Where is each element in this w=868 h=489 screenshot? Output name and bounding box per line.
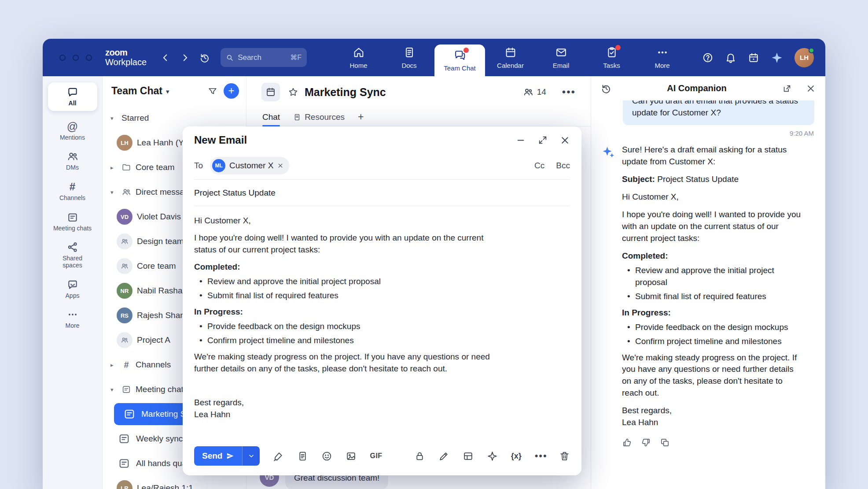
subject-field[interactable]: Project Status Update: [194, 180, 570, 206]
nav-label: Calendar: [497, 62, 524, 69]
email-body[interactable]: Hi Customer X, I hope you're doing well!…: [183, 206, 581, 437]
nav-home[interactable]: Home: [333, 39, 384, 76]
notification-badge: [463, 48, 469, 53]
tab-chat[interactable]: Chat: [262, 108, 280, 126]
forward-icon[interactable]: [180, 53, 190, 63]
to-label: To: [194, 161, 203, 170]
open-in-new-icon[interactable]: [782, 84, 792, 93]
rail-item-apps[interactable]: Apps: [48, 279, 97, 300]
paper-plane-icon: [226, 452, 234, 460]
member-count[interactable]: 14: [523, 87, 546, 97]
gif-button[interactable]: GIF: [370, 452, 382, 460]
signature-pen-icon[interactable]: [273, 451, 284, 462]
ai-body-intro: I hope you're doing well! I wanted to pr…: [622, 209, 805, 244]
rail-item-shared-spaces[interactable]: Shared spaces: [48, 241, 97, 269]
all-chats-icon: [67, 86, 78, 98]
minimize-icon[interactable]: [516, 135, 526, 145]
image-icon[interactable]: [346, 451, 357, 462]
meeting-chat-icon: [121, 385, 131, 394]
more-tools-button[interactable]: •••: [535, 450, 548, 462]
window-zoom-dot[interactable]: [86, 55, 92, 61]
avatar: NR: [117, 283, 132, 299]
thumbs-down-icon[interactable]: [641, 437, 651, 448]
group-avatar-icon: [117, 258, 132, 274]
recipient-chip[interactable]: ML Customer X: [210, 157, 289, 174]
channels-hash-icon: #: [121, 360, 131, 370]
search-input[interactable]: [238, 53, 286, 62]
nav-calendar[interactable]: Calendar: [485, 39, 536, 76]
window-minimize-dot[interactable]: [73, 55, 79, 61]
tab-resources[interactable]: Resources: [293, 108, 345, 126]
rail-label: Channels: [53, 195, 92, 202]
send-button[interactable]: Send: [194, 446, 242, 466]
cc-button[interactable]: Cc: [534, 161, 544, 170]
avatar: LH: [117, 135, 132, 151]
rail-item-dms[interactable]: DMs: [48, 151, 97, 171]
search-box[interactable]: ⌘F: [221, 48, 307, 67]
rail-item-meeting-chats[interactable]: Meeting chats: [48, 211, 97, 232]
ai-companion-icon[interactable]: [771, 52, 783, 64]
attach-file-icon[interactable]: [297, 451, 308, 462]
edit-pencil-icon[interactable]: [438, 451, 449, 462]
ai-conversation[interactable]: Can you draft an email that provides a s…: [591, 100, 825, 489]
list-item-label: Lea/Rajesh 1:1: [137, 483, 193, 489]
expand-icon[interactable]: [538, 135, 548, 145]
schedule-calendar-icon[interactable]: [748, 52, 759, 63]
people-icon: [121, 187, 131, 197]
trash-icon[interactable]: [559, 451, 570, 462]
dms-people-icon: [67, 151, 78, 162]
meeting-chats-icon: [67, 211, 78, 223]
sidebar-item-lea-rajesh[interactable]: LR Lea/Rajesh 1:1: [103, 476, 246, 489]
list-item-label: Design team: [137, 237, 184, 246]
ai-intro: Sure! Here's a draft email asking for a …: [622, 144, 805, 168]
template-layout-icon[interactable]: [463, 451, 474, 462]
resources-icon: [293, 113, 301, 121]
rail-label: Apps: [53, 293, 92, 300]
recipient-name: Customer X: [229, 161, 273, 170]
rail-item-more[interactable]: More: [48, 309, 97, 330]
notifications-bell-icon[interactable]: [725, 52, 736, 63]
meeting-chat-icon: [117, 431, 132, 446]
rail-item-channels[interactable]: # Channels: [48, 181, 97, 202]
sidebar-title[interactable]: Team Chat: [111, 85, 162, 97]
rail-item-all[interactable]: All: [48, 82, 97, 111]
thumbs-up-icon[interactable]: [622, 437, 632, 448]
nav-more[interactable]: More: [637, 39, 688, 76]
group-avatar-icon: [117, 332, 132, 348]
nav-docs[interactable]: Docs: [384, 39, 434, 76]
nav-email[interactable]: Email: [536, 39, 586, 76]
ai-sparkle-icon[interactable]: [487, 451, 498, 462]
back-icon[interactable]: [161, 53, 170, 63]
send-options-dropdown[interactable]: [242, 446, 260, 466]
history-icon[interactable]: [199, 52, 210, 63]
rail-item-mentions[interactable]: @ Mentions: [48, 121, 97, 141]
chat-options-menu[interactable]: •••: [562, 86, 576, 98]
window-close-dot[interactable]: [59, 55, 66, 61]
chevron-right-icon: ▸: [110, 362, 117, 368]
window-controls[interactable]: [59, 55, 92, 61]
lock-icon[interactable]: [414, 451, 425, 462]
ai-response: Sure! Here's a draft email asking for a …: [622, 144, 805, 448]
folder-icon: [121, 163, 131, 172]
user-avatar[interactable]: LH: [794, 48, 814, 67]
code-snippet-button[interactable]: {x}: [511, 452, 522, 461]
new-chat-button[interactable]: +: [224, 83, 239, 99]
star-icon[interactable]: [288, 87, 298, 97]
search-shortcut: ⌘F: [290, 53, 302, 62]
copy-icon[interactable]: [660, 437, 670, 448]
add-tab-button[interactable]: +: [358, 111, 364, 123]
nav-tasks[interactable]: Tasks: [586, 39, 637, 76]
remove-recipient-icon[interactable]: [277, 163, 283, 169]
history-icon[interactable]: [601, 83, 611, 94]
primary-nav: Home Docs Team Chat Calendar: [333, 39, 688, 76]
close-icon[interactable]: [806, 84, 816, 93]
nav-team-chat[interactable]: Team Chat: [434, 44, 485, 76]
zoom-workplace-logo: zoom Workplace: [105, 48, 147, 67]
chevron-down-icon: ▾: [166, 88, 169, 96]
close-icon[interactable]: [560, 135, 570, 145]
email-completed-heading: Completed:: [194, 261, 498, 273]
filter-icon[interactable]: [208, 86, 217, 96]
bcc-button[interactable]: Bcc: [556, 161, 570, 170]
help-icon[interactable]: [702, 52, 714, 63]
emoji-icon[interactable]: [321, 451, 332, 462]
